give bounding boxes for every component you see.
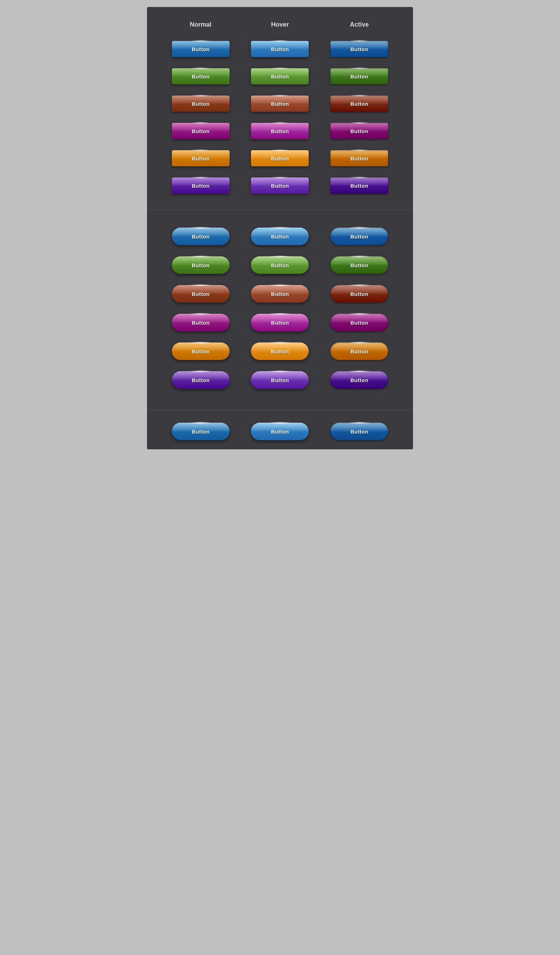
blue-rect-normal-btn[interactable]: Button	[172, 41, 229, 57]
orange-rect-hover-btn[interactable]: Button	[251, 150, 309, 166]
purple-pill-active-btn[interactable]: Button	[331, 314, 388, 331]
hover-header: Hover	[240, 21, 320, 28]
purple-pill-normal-btn[interactable]: Button	[172, 314, 229, 331]
active-header: Active	[320, 21, 399, 28]
green-pill-hover-btn[interactable]: Button	[251, 256, 309, 274]
green-rect-normal-btn[interactable]: Button	[172, 68, 229, 85]
green-pill-row: Button Button Button	[161, 251, 399, 279]
dpurple-pill-normal-btn[interactable]: Button	[172, 371, 229, 389]
brown-pill-hover-btn[interactable]: Button	[251, 285, 309, 302]
green-pill-normal-btn[interactable]: Button	[172, 256, 229, 274]
blue-rect-active-btn[interactable]: Button	[331, 41, 388, 57]
blue-rect-row: Button Button Button	[161, 35, 399, 63]
dpurple-pill-row: Button Button Button	[161, 366, 399, 399]
bottom-blue-hover-btn[interactable]: Button	[251, 423, 309, 440]
green-rect-row: Button Button Button	[161, 63, 399, 90]
normal-header: Normal	[161, 21, 240, 28]
blue-pill-row: Button Button Button	[161, 217, 399, 251]
dpurple-pill-active-btn[interactable]: Button	[331, 371, 388, 389]
green-rect-hover-btn[interactable]: Button	[251, 68, 309, 85]
orange-rect-row: Button Button Button	[161, 145, 399, 172]
purple-rect-normal-btn[interactable]: Button	[172, 123, 229, 139]
dpurple-rect-normal-btn[interactable]: Button	[172, 178, 229, 194]
rect-section: Normal Hover Active Button Button Button…	[147, 7, 413, 210]
dpurple-pill-hover-btn[interactable]: Button	[251, 371, 309, 389]
brown-rect-active-btn[interactable]: Button	[331, 96, 388, 112]
purple-rect-active-btn[interactable]: Button	[331, 123, 388, 139]
header-row: Normal Hover Active	[161, 14, 399, 35]
green-pill-active-btn[interactable]: Button	[331, 256, 388, 274]
brown-pill-normal-btn[interactable]: Button	[172, 285, 229, 302]
green-rect-active-btn[interactable]: Button	[331, 68, 388, 85]
dpurple-rect-row: Button Button Button	[161, 172, 399, 199]
bottom-pill-row: Button Button Button	[161, 417, 399, 446]
orange-pill-normal-btn[interactable]: Button	[172, 343, 229, 360]
bottom-blue-normal-btn[interactable]: Button	[172, 423, 229, 440]
dpurple-rect-hover-btn[interactable]: Button	[251, 178, 309, 194]
purple-rect-hover-btn[interactable]: Button	[251, 123, 309, 139]
orange-pill-hover-btn[interactable]: Button	[251, 343, 309, 360]
brown-rect-row: Button Button Button	[161, 90, 399, 117]
purple-pill-hover-btn[interactable]: Button	[251, 314, 309, 331]
blue-pill-active-btn[interactable]: Button	[331, 228, 388, 245]
blue-pill-normal-btn[interactable]: Button	[172, 228, 229, 245]
brown-pill-active-btn[interactable]: Button	[331, 285, 388, 302]
bottom-section: Button Button Button	[147, 410, 413, 449]
main-container: Normal Hover Active Button Button Button…	[147, 7, 413, 449]
brown-rect-normal-btn[interactable]: Button	[172, 96, 229, 112]
pill-section: Button Button Button Button Button Butto…	[147, 210, 413, 410]
orange-pill-active-btn[interactable]: Button	[331, 343, 388, 360]
purple-pill-row: Button Button Button	[161, 308, 399, 337]
bottom-blue-active-btn[interactable]: Button	[331, 423, 388, 440]
dpurple-rect-active-btn[interactable]: Button	[331, 178, 388, 194]
orange-rect-active-btn[interactable]: Button	[331, 150, 388, 166]
orange-rect-normal-btn[interactable]: Button	[172, 150, 229, 166]
blue-rect-hover-btn[interactable]: Button	[251, 41, 309, 57]
blue-pill-hover-btn[interactable]: Button	[251, 228, 309, 245]
orange-pill-row: Button Button Button	[161, 337, 399, 366]
brown-rect-hover-btn[interactable]: Button	[251, 96, 309, 112]
purple-rect-row: Button Button Button	[161, 117, 399, 145]
brown-pill-row: Button Button Button	[161, 279, 399, 308]
